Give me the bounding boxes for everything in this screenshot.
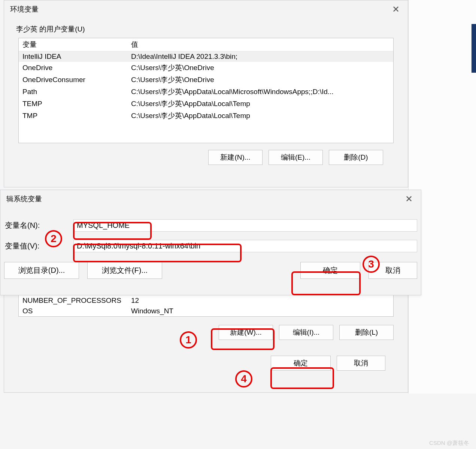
cell-val: C:\Users\李少英\AppData\Local\Microsoft\Win… — [127, 86, 393, 98]
user-vars-group: 李少英 的用户变量(U) 变量 值 IntelliJ IDEA D:\Idea\… — [15, 24, 397, 165]
cell-var: NUMBER_OF_PROCESSORS — [19, 295, 127, 306]
system-vars-table[interactable]: NUMBER_OF_PROCESSORS 12 OS Windows_NT — [18, 295, 394, 317]
user-vars-label: 李少英 的用户变量(U) — [16, 24, 397, 34]
dialog-final-buttons: 确定 取消 — [4, 356, 385, 371]
table-row[interactable]: IntelliJ IDEA D:\Idea\IntelliJ IDEA 2021… — [19, 51, 393, 62]
table-row[interactable]: OneDriveConsumer C:\Users\李少英\OneDrive — [19, 74, 393, 86]
var-value-input[interactable] — [73, 240, 417, 252]
browse-dir-button[interactable]: 浏览目录(D)... — [4, 262, 79, 279]
dialog-title: 环境变量 — [10, 4, 39, 14]
new-sys-button[interactable]: 新建(W)... — [219, 325, 273, 340]
new-user-button[interactable]: 新建(N)... — [208, 150, 263, 165]
cell-var: TMP — [19, 110, 127, 122]
watermark: CSDN @萧筱冬 — [429, 440, 469, 447]
cell-val: C:\Users\李少英\OneDrive — [127, 62, 393, 74]
edit-sys-button[interactable]: 编辑(I)... — [279, 325, 333, 340]
table-row[interactable]: TMP C:\Users\李少英\AppData\Local\Temp — [19, 110, 393, 122]
cell-val: 12 — [127, 295, 393, 306]
browse-file-button[interactable]: 浏览文件(F)... — [87, 262, 162, 279]
close-icon[interactable]: ✕ — [388, 3, 403, 16]
var-value-label: 变量值(V): — [4, 241, 73, 251]
edit-dialog-buttons: 浏览目录(D)... 浏览文件(F)... 确定 取消 — [4, 262, 417, 279]
delete-user-button[interactable]: 删除(D) — [329, 150, 383, 165]
table-row[interactable]: OneDrive C:\Users\李少英\OneDrive — [19, 62, 393, 74]
titlebar: 环境变量 ✕ — [4, 0, 408, 18]
titlebar: 辑系统变量 ✕ — [0, 190, 421, 208]
cell-val: C:\Users\李少英\AppData\Local\Temp — [127, 98, 393, 110]
dialog-title: 辑系统变量 — [6, 194, 42, 204]
var-value-row: 变量值(V): — [4, 240, 417, 252]
cell-val: C:\Users\李少英\OneDrive — [127, 74, 393, 86]
table-row[interactable]: TEMP C:\Users\李少英\AppData\Local\Temp — [19, 98, 393, 110]
cell-var: TEMP — [19, 98, 127, 110]
delete-sys-button[interactable]: 删除(L) — [339, 325, 394, 340]
cancel-button[interactable]: 取消 — [337, 356, 385, 371]
cell-val: Windows_NT — [127, 306, 393, 316]
var-name-row: 变量名(N): — [4, 219, 417, 232]
cell-var: OneDriveConsumer — [19, 74, 127, 86]
cell-var: Path — [19, 86, 127, 98]
cancel-button[interactable]: 取消 — [369, 262, 417, 279]
env-vars-dialog: 环境变量 ✕ 李少英 的用户变量(U) 变量 值 IntelliJ IDEA D… — [4, 0, 408, 187]
system-vars-buttons: 新建(W)... 编辑(I)... 删除(L) — [4, 325, 394, 340]
system-vars-section: NUMBER_OF_PROCESSORS 12 OS Windows_NT 新建… — [4, 295, 408, 393]
cell-var: OneDrive — [19, 62, 127, 74]
col-value[interactable]: 值 — [127, 38, 393, 51]
background-dark — [472, 24, 476, 73]
user-vars-table[interactable]: 变量 值 IntelliJ IDEA D:\Idea\IntelliJ IDEA… — [18, 38, 394, 143]
col-variable[interactable]: 变量 — [19, 38, 127, 51]
table-row[interactable]: NUMBER_OF_PROCESSORS 12 — [19, 295, 393, 306]
table-row[interactable]: OS Windows_NT — [19, 306, 393, 316]
cell-var: OS — [19, 306, 127, 316]
table-row[interactable]: Path C:\Users\李少英\AppData\Local\Microsof… — [19, 86, 393, 98]
cell-var: IntelliJ IDEA — [19, 51, 127, 62]
cell-val: C:\Users\李少英\AppData\Local\Temp — [127, 110, 393, 122]
close-icon[interactable]: ✕ — [401, 192, 416, 206]
var-name-input[interactable] — [73, 219, 417, 232]
var-name-label: 变量名(N): — [4, 220, 73, 230]
edit-sysvar-dialog: 辑系统变量 ✕ 变量名(N): 变量值(V): 浏览目录(D)... 浏览文件(… — [0, 190, 421, 295]
cell-val: D:\Idea\IntelliJ IDEA 2021.3.3\bin; — [127, 51, 393, 62]
user-vars-buttons: 新建(N)... 编辑(E)... 删除(D) — [15, 150, 383, 165]
ok-button[interactable]: 确定 — [300, 262, 360, 279]
ok-button[interactable]: 确定 — [271, 356, 331, 371]
edit-user-button[interactable]: 编辑(E)... — [269, 150, 323, 165]
